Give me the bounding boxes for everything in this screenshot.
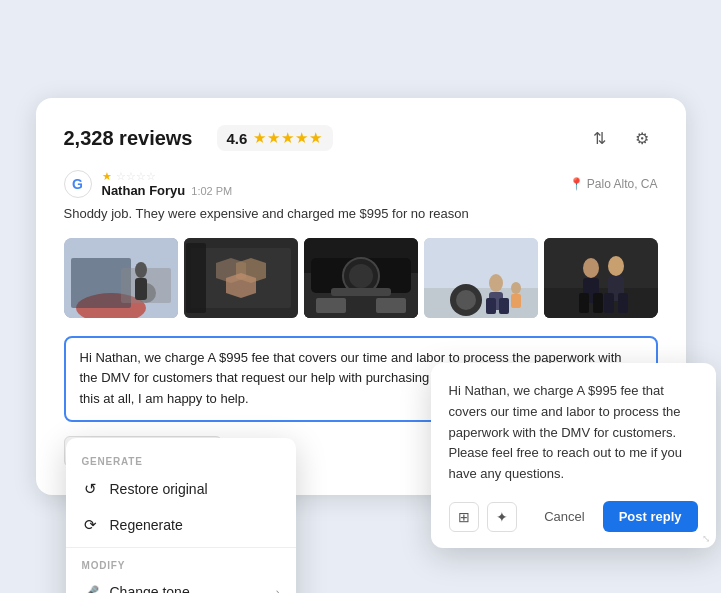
svg-rect-28 bbox=[499, 298, 509, 314]
regenerate-label: Regenerate bbox=[110, 517, 280, 533]
format-button[interactable]: ⊞ bbox=[449, 502, 479, 532]
menu-divider bbox=[66, 547, 296, 548]
svg-rect-12 bbox=[186, 243, 206, 313]
header-icons: ⇅ ⚙ bbox=[584, 122, 658, 154]
rating-number: 4.6 bbox=[227, 130, 248, 147]
reply-card-actions: ⊞ ✦ Cancel Post reply bbox=[449, 501, 698, 532]
svg-rect-19 bbox=[316, 298, 346, 313]
reviews-count: 2,328 reviews bbox=[64, 127, 193, 150]
location-pin-icon: 📍 bbox=[569, 177, 584, 191]
google-logo: G bbox=[64, 170, 92, 198]
review-author-row: G ★ ☆☆☆☆ Nathan Foryu 1:02 PM 📍 Palo Alt… bbox=[64, 170, 658, 198]
svg-point-24 bbox=[456, 290, 476, 310]
modify-section-label: MODIFY bbox=[66, 552, 296, 575]
svg-marker-11 bbox=[226, 273, 256, 298]
reply-card-text: Hi Nathan, we charge A $995 fee that cov… bbox=[449, 381, 698, 485]
stars-display: ★★★★★ bbox=[253, 129, 323, 147]
settings-button[interactable]: ⚙ bbox=[626, 122, 658, 154]
review-text: Shoddy job. They were expensive and char… bbox=[64, 204, 658, 224]
sort-button[interactable]: ⇅ bbox=[584, 122, 616, 154]
photo-1 bbox=[64, 238, 178, 318]
photo-4 bbox=[424, 238, 538, 318]
regenerate-item[interactable]: ⟳ Regenerate bbox=[66, 507, 296, 543]
reply-card-tool-icons: ⊞ ✦ bbox=[449, 502, 517, 532]
svg-rect-36 bbox=[593, 293, 603, 313]
svg-point-33 bbox=[583, 258, 599, 278]
author-time: 1:02 PM bbox=[191, 185, 232, 197]
author-name: Nathan Foryu bbox=[102, 183, 186, 198]
author-info: ★ ☆☆☆☆ Nathan Foryu 1:02 PM bbox=[102, 170, 233, 198]
ai-button[interactable]: ✦ bbox=[487, 502, 517, 532]
reply-card-buttons: Cancel Post reply bbox=[534, 501, 697, 532]
restore-icon: ↺ bbox=[82, 480, 100, 498]
cancel-button[interactable]: Cancel bbox=[534, 503, 594, 530]
photo-5 bbox=[544, 238, 658, 318]
rating-badge: 4.6 ★★★★★ bbox=[217, 125, 334, 151]
reply-preview-card: Hi Nathan, we charge A $995 fee that cov… bbox=[431, 363, 716, 548]
change-tone-item[interactable]: 🎤 Change tone › bbox=[66, 575, 296, 593]
review-card: 2,328 reviews 4.6 ★★★★★ ⇅ ⚙ G ★ ☆☆☆☆ bbox=[36, 98, 686, 495]
restore-original-item[interactable]: ↺ Restore original bbox=[66, 471, 296, 507]
format-icon: ⊞ bbox=[458, 509, 470, 525]
photo-3 bbox=[304, 238, 418, 318]
svg-rect-18 bbox=[331, 288, 391, 296]
photos-row bbox=[64, 238, 658, 318]
card-header: 2,328 reviews 4.6 ★★★★★ ⇅ ⚙ bbox=[64, 122, 658, 154]
regenerate-icon: ⟳ bbox=[82, 516, 100, 534]
svg-rect-20 bbox=[376, 298, 406, 313]
resize-handle[interactable]: ⤡ bbox=[702, 533, 710, 544]
svg-point-25 bbox=[489, 274, 503, 292]
svg-rect-39 bbox=[604, 293, 614, 313]
svg-point-37 bbox=[608, 256, 624, 276]
svg-point-29 bbox=[511, 282, 521, 294]
svg-rect-30 bbox=[511, 294, 521, 308]
author-star: ★ bbox=[102, 170, 112, 183]
svg-rect-6 bbox=[135, 278, 147, 300]
dropdown-menu: GENERATE ↺ Restore original ⟳ Regenerate… bbox=[66, 438, 296, 593]
settings-icon: ⚙ bbox=[635, 129, 649, 148]
svg-rect-35 bbox=[579, 293, 589, 313]
svg-rect-40 bbox=[618, 293, 628, 313]
change-tone-label: Change tone bbox=[110, 584, 266, 593]
restore-label: Restore original bbox=[110, 481, 280, 497]
sort-icon: ⇅ bbox=[593, 129, 606, 148]
tone-icon: 🎤 bbox=[82, 585, 100, 593]
svg-point-17 bbox=[349, 264, 373, 288]
author-left: G ★ ☆☆☆☆ Nathan Foryu 1:02 PM bbox=[64, 170, 233, 198]
generate-section-label: GENERATE bbox=[66, 448, 296, 471]
ai-icon: ✦ bbox=[496, 509, 508, 525]
svg-point-5 bbox=[135, 262, 147, 278]
svg-rect-27 bbox=[486, 298, 496, 314]
post-reply-button[interactable]: Post reply bbox=[603, 501, 698, 532]
submenu-chevron-icon: › bbox=[276, 586, 280, 593]
location-badge: 📍 Palo Alto, CA bbox=[569, 177, 658, 191]
photo-2 bbox=[184, 238, 298, 318]
